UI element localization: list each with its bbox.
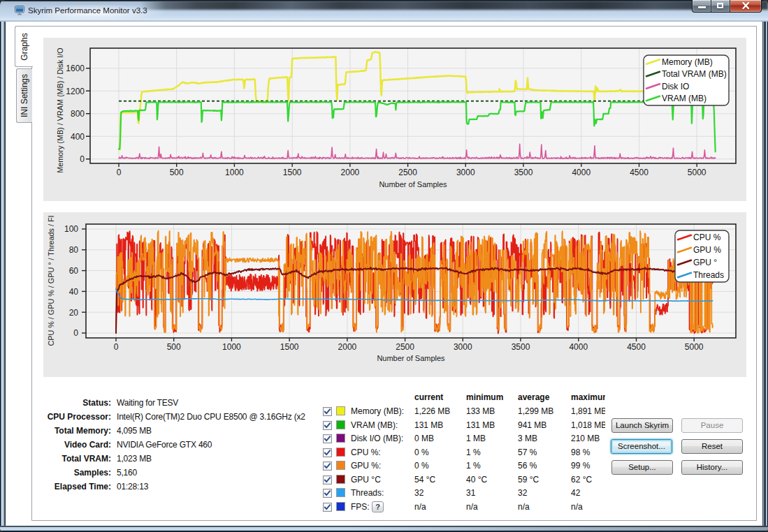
svg-text:3500: 3500 [512,342,530,352]
svg-text:800: 800 [71,109,85,119]
svg-text:Memory (MB): Memory (MB) [662,57,713,67]
svg-text:CPU % / GPU % / GPU ° / Thread: CPU % / GPU % / GPU ° / Threads / FI [47,215,55,346]
svg-text:500: 500 [170,168,184,177]
svg-text:60: 60 [69,266,79,276]
svg-text:0: 0 [80,154,85,164]
svg-text:GPU %: GPU % [693,245,721,255]
svg-text:1000: 1000 [225,168,244,177]
svg-text:5000: 5000 [688,168,707,177]
svg-text:100: 100 [64,224,78,234]
svg-text:500: 500 [167,342,181,352]
svg-text:400: 400 [71,132,85,142]
svg-text:4500: 4500 [630,168,649,177]
svg-text:Number of Samples: Number of Samples [379,180,447,189]
svg-text:4000: 4000 [572,168,591,177]
svg-text:3000: 3000 [454,342,472,352]
svg-text:4500: 4500 [627,342,646,352]
svg-text:80: 80 [69,245,79,255]
svg-text:2500: 2500 [398,168,417,177]
svg-text:1200: 1200 [66,87,85,96]
svg-text:Disk IO: Disk IO [662,82,689,91]
svg-text:1000: 1000 [222,342,241,352]
svg-text:0: 0 [117,168,122,177]
svg-text:2500: 2500 [396,342,414,352]
svg-text:0: 0 [73,328,78,338]
svg-text:1500: 1500 [283,168,302,177]
svg-text:1500: 1500 [280,342,299,352]
svg-text:Threads: Threads [693,270,724,280]
svg-text:3000: 3000 [456,168,475,177]
svg-text:1600: 1600 [66,64,85,73]
svg-text:20: 20 [69,308,79,318]
svg-text:VRAM (MB): VRAM (MB) [662,94,707,103]
svg-text:GPU °: GPU ° [693,258,717,267]
svg-text:4000: 4000 [569,342,588,352]
svg-text:CPU %: CPU % [693,232,721,242]
svg-text:5000: 5000 [685,342,704,352]
svg-text:2000: 2000 [338,342,357,352]
svg-text:Number of Samples: Number of Samples [377,354,445,362]
svg-text:40: 40 [69,287,79,297]
svg-text:Total VRAM (MB): Total VRAM (MB) [662,69,727,79]
svg-text:2000: 2000 [341,168,360,177]
svg-text:Memory (MB) / VRAM (MB) / Disk: Memory (MB) / VRAM (MB) / Disk I/O [56,47,64,172]
svg-text:0: 0 [114,342,119,352]
svg-text:3500: 3500 [514,168,533,177]
